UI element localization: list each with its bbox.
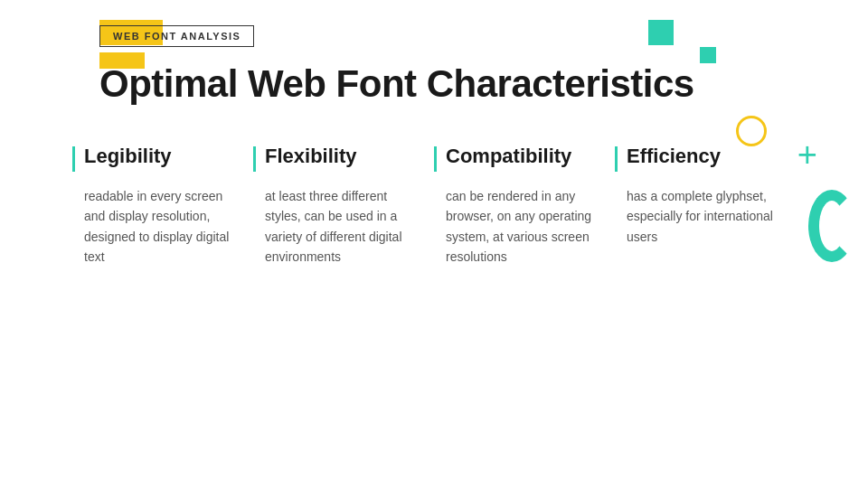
main-title: Optimal Web Font Characteristics [99, 63, 694, 105]
badge: WEB FONT ANALYSIS [99, 25, 254, 47]
column-flexibility: Flexibility at least three different sty… [253, 145, 434, 267]
accent-bar-legibility [72, 146, 75, 172]
deco-plus-icon: + [797, 137, 817, 172]
column-legibility: Legibility readable in every screen and … [72, 145, 253, 267]
header: WEB FONT ANALYSIS Optimal Web Font Chara… [99, 25, 694, 105]
content-grid: Legibility readable in every screen and … [72, 145, 796, 267]
column-efficiency: Efficiency has a complete glyphset, espe… [615, 145, 796, 267]
column-title-compatibility: Compatibility [446, 145, 571, 168]
column-title-flexibility: Flexibility [265, 145, 356, 168]
column-header-flexibility: Flexibility [253, 145, 412, 172]
column-title-legibility: Legibility [84, 145, 172, 168]
deco-circle-outline [736, 116, 767, 146]
column-body-flexibility: at least three different styles, can be … [253, 186, 412, 267]
column-header-legibility: Legibility [72, 145, 231, 172]
column-body-efficiency: has a complete glyphset, especially for … [615, 186, 774, 247]
column-header-compatibility: Compatibility [434, 145, 593, 172]
column-body-compatibility: can be rendered in any browser, on any o… [434, 186, 593, 267]
deco-teal-square-small [700, 47, 716, 63]
column-title-efficiency: Efficiency [627, 145, 721, 168]
accent-bar-efficiency [615, 146, 618, 172]
column-header-efficiency: Efficiency [615, 145, 774, 172]
accent-bar-flexibility [253, 146, 256, 172]
column-compatibility: Compatibility can be rendered in any bro… [434, 145, 615, 267]
deco-c-shape [808, 190, 855, 262]
column-body-legibility: readable in every screen and display res… [72, 186, 231, 267]
accent-bar-compatibility [434, 146, 437, 172]
